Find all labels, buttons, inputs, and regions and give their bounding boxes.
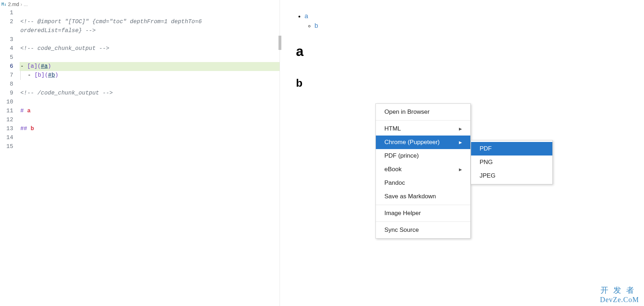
submenu-arrow-icon: ▶: [459, 140, 462, 145]
context-submenu[interactable]: PDFPNGJPEG: [471, 140, 553, 184]
watermark-bottom: DevZe.CoM: [600, 296, 639, 304]
line-number[interactable]: 14: [0, 133, 13, 142]
code-line[interactable]: [20, 80, 280, 89]
submenu-arrow-icon: ▶: [459, 167, 462, 172]
submenu-item-label: PNG: [480, 159, 493, 166]
submenu-item-label: JPEG: [480, 172, 495, 179]
menu-item-label: Chrome (Puppeteer): [384, 139, 440, 146]
code-line[interactable]: [20, 116, 280, 124]
preview-heading-b: b: [296, 77, 628, 92]
code-line[interactable]: [20, 142, 280, 151]
menu-item-label: eBook: [384, 166, 402, 173]
line-number[interactable]: 1: [0, 9, 13, 17]
menu-item-save-as-markdown[interactable]: Save as Markdown: [376, 190, 470, 203]
menu-item-pandoc[interactable]: Pandoc: [376, 176, 470, 190]
menu-item-label: PDF (prince): [384, 152, 419, 159]
submenu-item-pdf[interactable]: PDF: [471, 142, 552, 155]
code-line[interactable]: ## b: [20, 124, 280, 133]
line-number[interactable]: 13: [0, 124, 13, 133]
code-line[interactable]: <!-- code_chunk_output -->: [20, 44, 280, 53]
menu-item-open-in-browser[interactable]: Open in Browser: [376, 105, 470, 119]
menu-item-sync-source[interactable]: Sync Source: [376, 223, 470, 237]
line-number[interactable]: 6: [0, 62, 13, 71]
code-line[interactable]: # a: [20, 107, 280, 116]
breadcrumb-separator: ›: [21, 1, 22, 7]
code-line[interactable]: [20, 98, 280, 107]
menu-item-image-helper[interactable]: Image Helper: [376, 206, 470, 220]
code-line[interactable]: [20, 53, 280, 62]
line-number[interactable]: 15: [0, 142, 13, 151]
code-line[interactable]: [20, 9, 280, 17]
submenu-item-label: PDF: [480, 145, 492, 152]
code-line[interactable]: [20, 133, 280, 142]
code-line[interactable]: - [a](#a): [20, 62, 280, 71]
menu-separator: [376, 120, 470, 121]
menu-separator: [376, 205, 470, 205]
code-line[interactable]: [20, 35, 280, 44]
breadcrumb-filename[interactable]: 2.md: [8, 1, 19, 7]
line-number[interactable]: 4: [0, 44, 13, 53]
context-menu[interactable]: Open in BrowserHTML▶Chrome (Puppeteer)▶P…: [375, 103, 471, 239]
toc-item: a b: [305, 12, 628, 30]
code-line[interactable]: - [b](#b): [20, 71, 280, 80]
menu-item-label: Image Helper: [384, 210, 421, 217]
line-number[interactable]: [0, 26, 13, 35]
code-line[interactable]: <!-- /code_chunk_output -->: [20, 89, 280, 98]
code-line[interactable]: <!-- @import "[TOC]" {cmd="toc" depthFro…: [20, 17, 280, 26]
submenu-item-png[interactable]: PNG: [471, 155, 552, 169]
menu-item-label: Save as Markdown: [384, 193, 436, 200]
watermark-top: 开发者: [600, 285, 639, 296]
menu-item-html[interactable]: HTML▶: [376, 122, 470, 136]
menu-item-label: HTML: [384, 125, 401, 132]
menu-item-pdf-prince-[interactable]: PDF (prince): [376, 149, 470, 163]
line-number[interactable]: 7: [0, 71, 13, 80]
breadcrumb-rest[interactable]: ...: [24, 1, 28, 7]
menu-item-ebook[interactable]: eBook▶: [376, 163, 470, 176]
line-number[interactable]: 11: [0, 107, 13, 116]
code-content[interactable]: <!-- @import "[TOC]" {cmd="toc" depthFro…: [20, 9, 280, 151]
line-number[interactable]: 3: [0, 35, 13, 44]
line-number[interactable]: 12: [0, 116, 13, 124]
menu-item-label: Sync Source: [384, 226, 419, 234]
line-number-gutter[interactable]: 12 3456789101112131415: [0, 9, 20, 151]
menu-item-label: Open in Browser: [384, 108, 430, 116]
line-number[interactable]: 2: [0, 17, 13, 26]
menu-item-label: Pandoc: [384, 179, 405, 187]
breadcrumb[interactable]: M↓ 2.md › ...: [0, 0, 280, 9]
submenu-arrow-icon: ▶: [459, 127, 462, 131]
preview-heading-a: a: [296, 44, 628, 63]
line-number[interactable]: 9: [0, 89, 13, 98]
editor-pane: M↓ 2.md › ... 12 3456789101112131415 <!-…: [0, 0, 280, 306]
line-number[interactable]: 10: [0, 98, 13, 107]
menu-separator: [376, 221, 470, 222]
toc-list: a b: [296, 12, 628, 30]
toc-link-a[interactable]: a: [305, 12, 308, 20]
code-line[interactable]: orderedList=false} -->: [20, 26, 280, 35]
markdown-file-icon: M↓: [1, 2, 6, 7]
toc-subitem: b: [315, 22, 628, 30]
line-number[interactable]: 5: [0, 53, 13, 62]
line-number[interactable]: 8: [0, 80, 13, 89]
toc-link-b[interactable]: b: [315, 22, 318, 29]
code-editor[interactable]: 12 3456789101112131415 <!-- @import "[TO…: [0, 9, 280, 151]
watermark: 开发者 DevZe.CoM: [600, 285, 639, 304]
submenu-item-jpeg[interactable]: JPEG: [471, 169, 552, 183]
menu-item-chrome-puppeteer-[interactable]: Chrome (Puppeteer)▶: [376, 136, 470, 149]
